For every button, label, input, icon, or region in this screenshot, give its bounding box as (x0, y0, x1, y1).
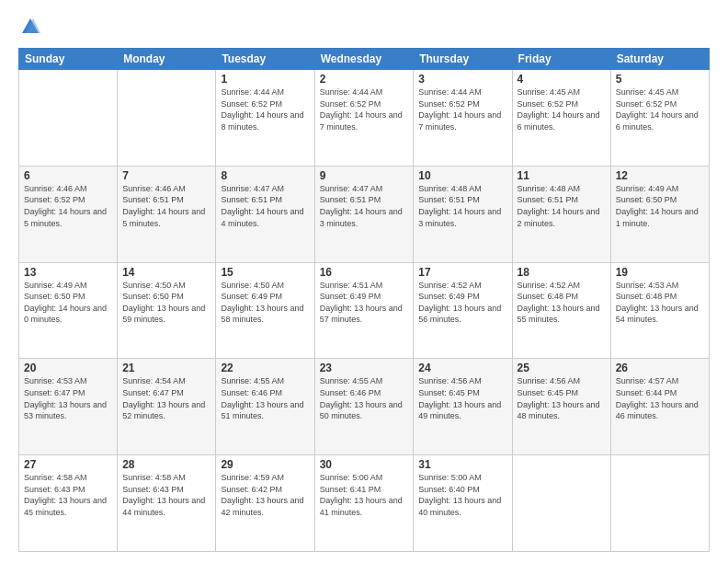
table-row: 5Sunrise: 4:45 AMSunset: 6:52 PMDaylight… (610, 70, 709, 167)
header-sunday: Sunday (19, 49, 118, 70)
cell-day-number: 6 (24, 169, 112, 182)
cell-day-number: 17 (418, 266, 506, 279)
calendar-header-row: Sunday Monday Tuesday Wednesday Thursday… (19, 49, 710, 70)
cell-day-number: 21 (122, 362, 210, 374)
table-row: 15Sunrise: 4:50 AMSunset: 6:49 PMDayligh… (216, 262, 314, 359)
calendar-week-row: 13Sunrise: 4:49 AMSunset: 6:50 PMDayligh… (19, 262, 710, 359)
cell-day-number: 19 (616, 266, 704, 279)
table-row (512, 455, 610, 552)
table-row (19, 70, 118, 167)
cell-day-number: 4 (518, 73, 606, 86)
page: Sunday Monday Tuesday Wednesday Thursday… (0, 0, 728, 563)
table-row: 3Sunrise: 4:44 AMSunset: 6:52 PMDaylight… (414, 70, 512, 167)
table-row: 25Sunrise: 4:56 AMSunset: 6:45 PMDayligh… (512, 359, 610, 455)
cell-info: Sunrise: 4:48 AMSunset: 6:51 PMDaylight:… (418, 183, 506, 229)
cell-day-number: 10 (418, 169, 506, 182)
table-row: 20Sunrise: 4:53 AMSunset: 6:47 PMDayligh… (19, 359, 118, 455)
table-row: 11Sunrise: 4:48 AMSunset: 6:51 PMDayligh… (512, 166, 610, 262)
logo-icon (20, 17, 40, 37)
table-row: 19Sunrise: 4:53 AMSunset: 6:48 PMDayligh… (610, 262, 709, 359)
cell-day-number: 26 (616, 362, 704, 374)
cell-info: Sunrise: 4:52 AMSunset: 6:48 PMDaylight:… (518, 280, 606, 326)
table-row: 28Sunrise: 4:58 AMSunset: 6:43 PMDayligh… (118, 455, 216, 552)
cell-day-number: 13 (24, 266, 112, 279)
table-row (118, 70, 216, 167)
table-row: 23Sunrise: 4:55 AMSunset: 6:46 PMDayligh… (314, 359, 414, 455)
cell-info: Sunrise: 4:58 AMSunset: 6:43 PMDaylight:… (122, 472, 210, 518)
table-row: 4Sunrise: 4:45 AMSunset: 6:52 PMDaylight… (512, 70, 610, 167)
cell-day-number: 24 (418, 362, 506, 374)
cell-info: Sunrise: 4:53 AMSunset: 6:48 PMDaylight:… (616, 280, 704, 326)
cell-day-number: 9 (320, 169, 409, 182)
table-row: 7Sunrise: 4:46 AMSunset: 6:51 PMDaylight… (118, 166, 216, 262)
cell-day-number: 2 (320, 73, 409, 86)
cell-info: Sunrise: 4:55 AMSunset: 6:46 PMDaylight:… (221, 375, 309, 421)
cell-info: Sunrise: 4:52 AMSunset: 6:49 PMDaylight:… (418, 280, 506, 326)
cell-info: Sunrise: 4:55 AMSunset: 6:46 PMDaylight:… (320, 375, 409, 421)
cell-info: Sunrise: 4:47 AMSunset: 6:51 PMDaylight:… (320, 183, 409, 229)
cell-day-number: 14 (122, 266, 210, 279)
cell-info: Sunrise: 5:00 AMSunset: 6:40 PMDaylight:… (418, 472, 506, 518)
logo (18, 17, 40, 40)
cell-day-number: 23 (320, 362, 409, 374)
header-thursday: Thursday (414, 49, 512, 70)
calendar-week-row: 1Sunrise: 4:44 AMSunset: 6:52 PMDaylight… (19, 70, 710, 167)
cell-info: Sunrise: 4:49 AMSunset: 6:50 PMDaylight:… (616, 183, 704, 229)
cell-info: Sunrise: 5:00 AMSunset: 6:41 PMDaylight:… (320, 472, 409, 518)
cell-day-number: 3 (418, 73, 506, 86)
cell-info: Sunrise: 4:46 AMSunset: 6:52 PMDaylight:… (24, 183, 112, 229)
cell-info: Sunrise: 4:44 AMSunset: 6:52 PMDaylight:… (221, 86, 309, 132)
cell-info: Sunrise: 4:48 AMSunset: 6:51 PMDaylight:… (518, 183, 606, 229)
cell-day-number: 31 (418, 458, 506, 471)
table-row: 2Sunrise: 4:44 AMSunset: 6:52 PMDaylight… (314, 70, 414, 167)
cell-info: Sunrise: 4:58 AMSunset: 6:43 PMDaylight:… (24, 472, 112, 518)
cell-info: Sunrise: 4:50 AMSunset: 6:49 PMDaylight:… (221, 280, 309, 326)
cell-info: Sunrise: 4:53 AMSunset: 6:47 PMDaylight:… (24, 375, 112, 421)
table-row: 26Sunrise: 4:57 AMSunset: 6:44 PMDayligh… (610, 359, 709, 455)
header-monday: Monday (118, 49, 216, 70)
cell-day-number: 25 (518, 362, 606, 374)
header-wednesday: Wednesday (314, 49, 414, 70)
cell-info: Sunrise: 4:49 AMSunset: 6:50 PMDaylight:… (24, 280, 112, 326)
table-row: 13Sunrise: 4:49 AMSunset: 6:50 PMDayligh… (19, 262, 118, 359)
table-row: 27Sunrise: 4:58 AMSunset: 6:43 PMDayligh… (19, 455, 118, 552)
cell-info: Sunrise: 4:56 AMSunset: 6:45 PMDaylight:… (418, 375, 506, 421)
cell-day-number: 27 (24, 458, 112, 471)
cell-info: Sunrise: 4:54 AMSunset: 6:47 PMDaylight:… (122, 375, 210, 421)
cell-info: Sunrise: 4:56 AMSunset: 6:45 PMDaylight:… (518, 375, 606, 421)
table-row: 17Sunrise: 4:52 AMSunset: 6:49 PMDayligh… (414, 262, 512, 359)
calendar-week-row: 27Sunrise: 4:58 AMSunset: 6:43 PMDayligh… (19, 455, 710, 552)
table-row: 22Sunrise: 4:55 AMSunset: 6:46 PMDayligh… (216, 359, 314, 455)
cell-info: Sunrise: 4:45 AMSunset: 6:52 PMDaylight:… (616, 86, 704, 132)
table-row: 9Sunrise: 4:47 AMSunset: 6:51 PMDaylight… (314, 166, 414, 262)
table-row: 8Sunrise: 4:47 AMSunset: 6:51 PMDaylight… (216, 166, 314, 262)
cell-info: Sunrise: 4:44 AMSunset: 6:52 PMDaylight:… (418, 86, 506, 132)
header-friday: Friday (512, 49, 610, 70)
cell-day-number: 18 (518, 266, 606, 279)
table-row: 21Sunrise: 4:54 AMSunset: 6:47 PMDayligh… (118, 359, 216, 455)
cell-info: Sunrise: 4:59 AMSunset: 6:42 PMDaylight:… (221, 472, 309, 518)
table-row: 29Sunrise: 4:59 AMSunset: 6:42 PMDayligh… (216, 455, 314, 552)
cell-day-number: 5 (616, 73, 704, 86)
calendar-week-row: 20Sunrise: 4:53 AMSunset: 6:47 PMDayligh… (19, 359, 710, 455)
calendar-table: Sunday Monday Tuesday Wednesday Thursday… (18, 48, 710, 552)
cell-info: Sunrise: 4:51 AMSunset: 6:49 PMDaylight:… (320, 280, 409, 326)
cell-day-number: 29 (221, 458, 309, 471)
cell-day-number: 15 (221, 266, 309, 279)
header (18, 17, 710, 40)
table-row: 14Sunrise: 4:50 AMSunset: 6:50 PMDayligh… (118, 262, 216, 359)
cell-day-number: 22 (221, 362, 309, 374)
table-row: 6Sunrise: 4:46 AMSunset: 6:52 PMDaylight… (19, 166, 118, 262)
cell-day-number: 11 (518, 169, 606, 182)
cell-info: Sunrise: 4:57 AMSunset: 6:44 PMDaylight:… (616, 375, 704, 421)
calendar-week-row: 6Sunrise: 4:46 AMSunset: 6:52 PMDaylight… (19, 166, 710, 262)
table-row: 1Sunrise: 4:44 AMSunset: 6:52 PMDaylight… (216, 70, 314, 167)
cell-day-number: 8 (221, 169, 309, 182)
header-tuesday: Tuesday (216, 49, 314, 70)
table-row: 12Sunrise: 4:49 AMSunset: 6:50 PMDayligh… (610, 166, 709, 262)
cell-info: Sunrise: 4:46 AMSunset: 6:51 PMDaylight:… (122, 183, 210, 229)
cell-day-number: 28 (122, 458, 210, 471)
cell-info: Sunrise: 4:47 AMSunset: 6:51 PMDaylight:… (221, 183, 309, 229)
table-row (610, 455, 709, 552)
cell-day-number: 12 (616, 169, 704, 182)
